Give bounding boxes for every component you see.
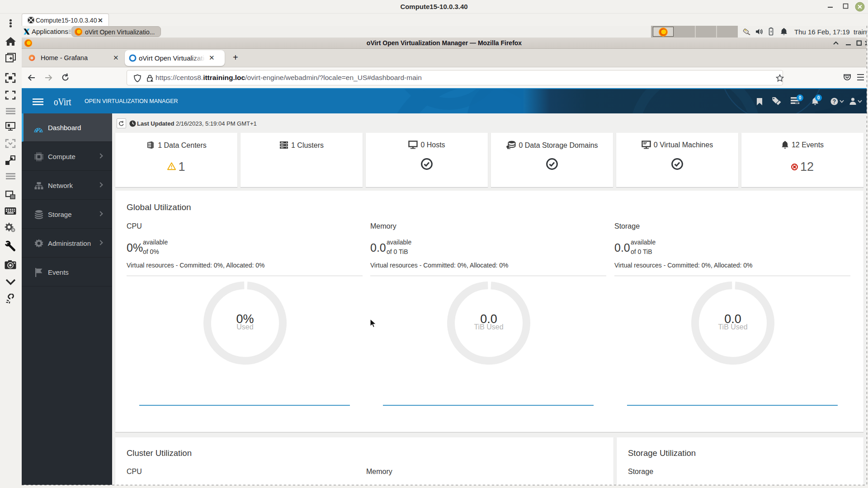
svg-text:?: ? [833, 99, 836, 105]
